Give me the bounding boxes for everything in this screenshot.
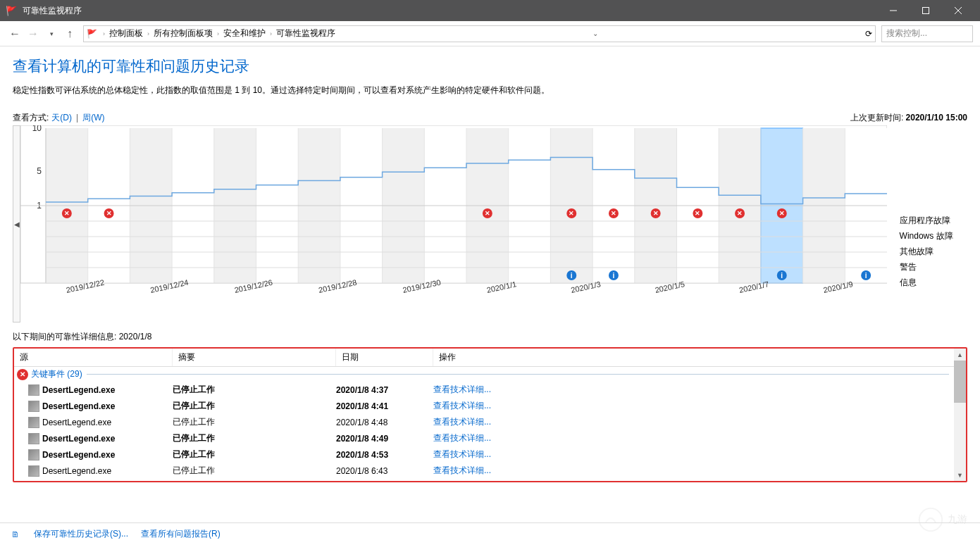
row-date: 2020/1/8 4:37 bbox=[336, 385, 433, 395]
row-date: 2020/1/8 4:48 bbox=[336, 418, 433, 427]
row-summary: 已停止工作 bbox=[173, 384, 336, 396]
row-source: DesertLegend.exe bbox=[42, 401, 115, 411]
svg-text:i: i bbox=[865, 272, 867, 280]
row-source: DesertLegend.exe bbox=[42, 466, 111, 476]
chart-canvas[interactable]: 1510✕✕✕✕✕✕✕✕✕iiii2019/12/222019/12/24201… bbox=[20, 125, 887, 322]
separator: | bbox=[76, 113, 78, 123]
row-source: DesertLegend.exe bbox=[42, 418, 111, 427]
app-icon bbox=[28, 417, 39, 428]
page-title: 查看计算机的可靠性和问题历史记录 bbox=[13, 56, 967, 76]
col-action[interactable]: 操作 bbox=[433, 349, 966, 366]
breadcrumb-flag-icon: 🚩 bbox=[87, 29, 97, 39]
svg-text:i: i bbox=[613, 272, 615, 280]
row-action-link[interactable]: 查看技术详细... bbox=[433, 384, 491, 396]
table-row[interactable]: DesertLegend.exe 已停止工作 2020/1/8 4:48 查看技… bbox=[14, 414, 966, 430]
svg-text:✕: ✕ bbox=[569, 210, 575, 217]
scroll-down-button[interactable]: ▼ bbox=[954, 469, 966, 481]
app-icon bbox=[28, 433, 39, 444]
chevron-right-icon: › bbox=[217, 30, 219, 37]
event-legend: 应用程序故障 Windows 故障 其他故障 警告 信息 bbox=[895, 125, 967, 322]
group-critical-events[interactable]: ✕ 关键事件 (29) ▲ bbox=[14, 367, 966, 382]
row-date: 2020/1/8 4:41 bbox=[336, 401, 433, 411]
app-flag-icon: 🚩 bbox=[6, 6, 17, 16]
view-toolbar: 查看方式: 天(D) | 周(W) 上次更新时间: 2020/1/10 15:0… bbox=[13, 112, 967, 124]
page-description: 稳定性指数可评估系统的总体稳定性，此指数的取值范围是 1 到 10。通过选择特定… bbox=[13, 84, 967, 96]
breadcrumb-item[interactable]: 可靠性监视程序 bbox=[276, 27, 335, 39]
svg-text:✕: ✕ bbox=[611, 210, 616, 217]
minimize-button[interactable] bbox=[877, 0, 910, 21]
row-source: DesertLegend.exe bbox=[42, 385, 115, 395]
error-icon: ✕ bbox=[17, 369, 28, 380]
table-row[interactable]: DesertLegend.exe 已停止工作 2020/1/8 4:37 查看技… bbox=[14, 382, 966, 398]
row-action-link[interactable]: 查看技术详细... bbox=[433, 416, 491, 428]
svg-text:✕: ✕ bbox=[779, 210, 785, 217]
search-placeholder: 搜索控制... bbox=[886, 27, 927, 39]
row-summary: 已停止工作 bbox=[173, 432, 336, 444]
row-summary: 已停止工作 bbox=[173, 449, 336, 461]
window-title: 可靠性监视程序 bbox=[23, 5, 82, 17]
breadcrumb-item[interactable]: 所有控制面板项 bbox=[154, 27, 213, 39]
row-summary: 已停止工作 bbox=[173, 465, 336, 477]
table-row[interactable]: DesertLegend.exe 已停止工作 2020/1/8 6:43 查看技… bbox=[14, 463, 966, 479]
address-bar: ← → ▾ ↑ 🚩 › 控制面板 › 所有控制面板项 › 安全和维护 › 可靠性… bbox=[0, 21, 980, 46]
view-day-link[interactable]: 天(D) bbox=[51, 112, 72, 124]
breadcrumb-item[interactable]: 安全和维护 bbox=[223, 27, 266, 39]
row-summary: 已停止工作 bbox=[173, 416, 336, 428]
row-action-link[interactable]: 查看技术详细... bbox=[433, 449, 491, 461]
chevron-right-icon: › bbox=[103, 30, 105, 37]
row-action-link[interactable]: 查看技术详细... bbox=[433, 432, 491, 444]
table-row[interactable]: DesertLegend.exe 已停止工作 2020/1/8 4:49 查看技… bbox=[14, 430, 966, 446]
svg-text:✕: ✕ bbox=[737, 210, 743, 217]
svg-text:10: 10 bbox=[32, 125, 42, 133]
last-update: 上次更新时间: 2020/1/10 15:00 bbox=[850, 112, 967, 124]
scroll-up-button[interactable]: ▲ bbox=[954, 349, 966, 361]
table-row[interactable]: DesertLegend.exe 已停止工作 2020/1/8 4:53 查看技… bbox=[14, 446, 966, 463]
vertical-scrollbar[interactable]: ▲ ▼ bbox=[954, 349, 966, 481]
close-button[interactable] bbox=[942, 0, 974, 21]
recent-dropdown[interactable]: ▾ bbox=[44, 26, 59, 42]
app-icon bbox=[28, 465, 39, 477]
legend-other-fail: 其他故障 bbox=[900, 244, 967, 259]
col-source[interactable]: 源 bbox=[14, 349, 173, 366]
maximize-button[interactable] bbox=[910, 0, 942, 21]
app-icon bbox=[28, 401, 39, 412]
row-action-link[interactable]: 查看技术详细... bbox=[433, 465, 491, 477]
scroll-thumb[interactable] bbox=[954, 361, 966, 403]
breadcrumb[interactable]: 🚩 › 控制面板 › 所有控制面板项 › 安全和维护 › 可靠性监视程序 ⌄ ⟳ bbox=[83, 25, 876, 42]
breadcrumb-dropdown[interactable]: ⌄ bbox=[593, 30, 598, 37]
view-all-reports-link[interactable]: 查看所有问题报告(R) bbox=[141, 528, 221, 540]
app-icon bbox=[28, 384, 39, 396]
view-week-link[interactable]: 周(W) bbox=[82, 112, 104, 124]
row-date: 2020/1/8 4:53 bbox=[336, 450, 433, 460]
breadcrumb-item[interactable]: 控制面板 bbox=[109, 27, 143, 39]
chevron-right-icon: › bbox=[270, 30, 272, 37]
row-date: 2020/1/8 4:49 bbox=[336, 434, 433, 444]
up-button[interactable]: ↑ bbox=[62, 26, 77, 42]
table-row[interactable]: DesertLegend.exe 已停止工作 2020/1/8 4:41 查看技… bbox=[14, 398, 966, 414]
refresh-button[interactable]: ⟳ bbox=[861, 29, 872, 39]
legend-app-fail: 应用程序故障 bbox=[900, 213, 967, 228]
app-icon bbox=[28, 449, 39, 461]
footer-bar: 🗎 保存可靠性历史记录(S)... 查看所有问题报告(R) bbox=[0, 522, 980, 545]
svg-rect-1 bbox=[923, 8, 929, 14]
row-source: DesertLegend.exe bbox=[42, 434, 115, 444]
scroll-left-button[interactable]: ◀ bbox=[13, 125, 20, 322]
svg-text:✕: ✕ bbox=[106, 210, 112, 217]
svg-text:✕: ✕ bbox=[653, 210, 659, 217]
search-input[interactable]: 搜索控制... bbox=[881, 25, 973, 42]
forward-button[interactable]: → bbox=[25, 26, 41, 42]
row-summary: 已停止工作 bbox=[173, 400, 336, 412]
legend-warning: 警告 bbox=[900, 259, 967, 275]
back-button[interactable]: ← bbox=[7, 26, 23, 42]
col-date[interactable]: 日期 bbox=[336, 349, 433, 366]
group-label[interactable]: 关键事件 (29) bbox=[31, 368, 82, 380]
detail-grid: 源 摘要 日期 操作 ✕ 关键事件 (29) ▲DesertLegend.exe… bbox=[13, 347, 967, 482]
svg-text:i: i bbox=[571, 272, 573, 280]
col-summary[interactable]: 摘要 bbox=[173, 349, 336, 366]
svg-text:✕: ✕ bbox=[64, 210, 70, 217]
save-history-link[interactable]: 保存可靠性历史记录(S)... bbox=[34, 528, 128, 540]
row-action-link[interactable]: 查看技术详细... bbox=[433, 400, 491, 412]
svg-text:✕: ✕ bbox=[485, 210, 490, 217]
grid-header: 源 摘要 日期 操作 bbox=[14, 349, 966, 367]
save-icon: 🗎 bbox=[10, 529, 21, 540]
